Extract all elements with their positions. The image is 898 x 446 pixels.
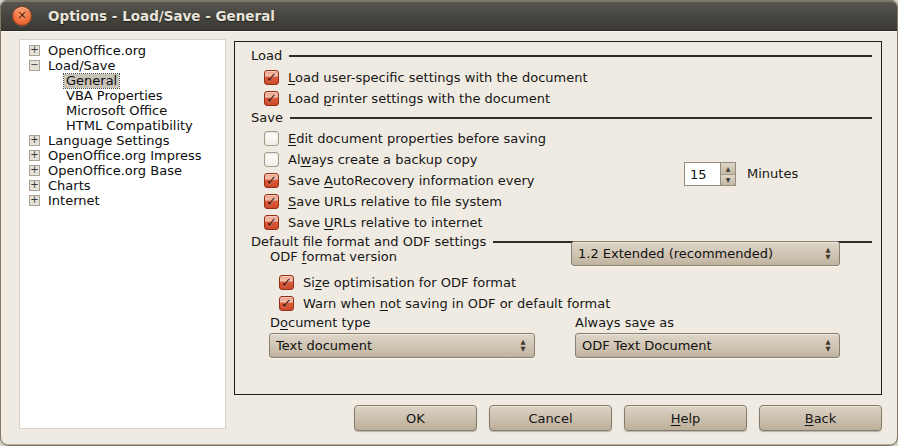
- expand-icon[interactable]: +: [29, 180, 40, 191]
- options-dialog: ✕ Options - Load/Save - General + OpenOf…: [0, 0, 898, 446]
- group-title-load: Load: [251, 48, 282, 63]
- autorecovery-minutes-input[interactable]: [684, 162, 721, 186]
- label-urls-internet[interactable]: Save URLs relative to internet: [288, 215, 483, 230]
- dialog-button-row: OK Cancel Help Back: [354, 405, 882, 431]
- titlebar: ✕ Options - Load/Save - General: [1, 1, 897, 31]
- group-save: Save: [251, 108, 872, 126]
- label-size-optimisation[interactable]: Size optimisation for ODF format: [303, 275, 516, 290]
- checkbox-autorecovery[interactable]: [264, 173, 279, 188]
- checkbox-load-user-settings[interactable]: [264, 70, 279, 85]
- checkbox-warn-not-odf[interactable]: [279, 296, 294, 311]
- label-load-printer-settings[interactable]: Load printer settings with the document: [288, 91, 550, 106]
- autorecovery-minutes-spinner: ▲ ▼: [684, 162, 736, 186]
- sidebar-item-loadsave[interactable]: − Load/Save: [20, 58, 225, 73]
- sidebar-item-internet[interactable]: + Internet: [20, 193, 225, 208]
- sidebar-item-openoffice[interactable]: + OpenOffice.org: [20, 43, 225, 58]
- separator-line: [289, 55, 872, 57]
- odf-format-version-dropdown[interactable]: 1.2 Extended (recommended) ▲▼: [571, 241, 840, 266]
- sidebar-item-language-settings[interactable]: + Language Settings: [20, 133, 225, 148]
- cancel-button[interactable]: Cancel: [489, 405, 612, 431]
- settings-panel: Load Load user-specific settings with th…: [234, 41, 882, 395]
- spin-down-icon[interactable]: ▼: [721, 175, 735, 186]
- sidebar-item-label[interactable]: Internet: [46, 194, 102, 208]
- label-urls-file-system[interactable]: Save URLs relative to file system: [288, 194, 502, 209]
- help-button[interactable]: Help: [624, 405, 747, 431]
- sidebar-item-charts[interactable]: + Charts: [20, 178, 225, 193]
- document-type-value: Text document: [270, 338, 512, 353]
- sidebar-item-microsoft-office[interactable]: Microsoft Office: [20, 103, 225, 118]
- label-document-type: Document type: [270, 315, 371, 330]
- close-button[interactable]: ✕: [12, 6, 32, 26]
- sidebar-item-label[interactable]: OpenOffice.org Base: [46, 164, 184, 178]
- group-title-save: Save: [251, 110, 283, 125]
- sidebar-item-label[interactable]: HTML Compatibility: [64, 119, 195, 133]
- odf-format-version-value: 1.2 Extended (recommended): [572, 246, 817, 261]
- sidebar-item-label[interactable]: Load/Save: [46, 59, 117, 73]
- expand-icon[interactable]: +: [29, 165, 40, 176]
- separator-line: [290, 117, 872, 119]
- label-load-user-settings[interactable]: Load user-specific settings with the doc…: [288, 70, 588, 85]
- window-title: Options - Load/Save - General: [48, 8, 275, 24]
- spin-up-icon[interactable]: ▲: [721, 163, 735, 175]
- sidebar-item-label[interactable]: General: [64, 74, 119, 88]
- expand-icon[interactable]: +: [29, 195, 40, 206]
- sidebar-item-label[interactable]: OpenOffice.org Impress: [46, 149, 204, 163]
- close-icon: ✕: [17, 10, 26, 21]
- checkbox-urls-internet[interactable]: [264, 215, 279, 230]
- back-button[interactable]: Back: [759, 405, 882, 431]
- checkbox-load-printer-settings[interactable]: [264, 91, 279, 106]
- sidebar-item-html-compatibility[interactable]: HTML Compatibility: [20, 118, 225, 133]
- checkbox-urls-file-system[interactable]: [264, 194, 279, 209]
- expand-icon[interactable]: +: [29, 45, 40, 56]
- label-edit-document-properties[interactable]: Edit document properties before saving: [288, 131, 546, 146]
- label-minutes: Minutes: [747, 166, 798, 181]
- sidebar-item-base[interactable]: + OpenOffice.org Base: [20, 163, 225, 178]
- sidebar-item-label[interactable]: Microsoft Office: [64, 104, 169, 118]
- label-always-save-as: Always save as: [575, 315, 674, 330]
- sidebar-item-label[interactable]: Charts: [46, 179, 93, 193]
- label-backup-copy[interactable]: Always create a backup copy: [288, 152, 477, 167]
- dropdown-arrows-icon: ▲▼: [817, 247, 839, 260]
- always-save-as-dropdown[interactable]: ODF Text Document ▲▼: [575, 333, 840, 358]
- spin-buttons: ▲ ▼: [721, 162, 736, 186]
- dropdown-arrows-icon: ▲▼: [512, 339, 534, 352]
- dropdown-arrows-icon: ▲▼: [817, 339, 839, 352]
- checkbox-backup-copy[interactable]: [264, 152, 279, 167]
- sidebar-item-impress[interactable]: + OpenOffice.org Impress: [20, 148, 225, 163]
- sidebar-item-label[interactable]: VBA Properties: [64, 89, 165, 103]
- checkbox-edit-document-properties[interactable]: [264, 131, 279, 146]
- always-save-as-value: ODF Text Document: [576, 338, 817, 353]
- sidebar-item-general[interactable]: General: [20, 73, 225, 88]
- sidebar-item-vba-properties[interactable]: VBA Properties: [20, 88, 225, 103]
- sidebar-item-label[interactable]: Language Settings: [46, 134, 172, 148]
- options-category-tree: + OpenOffice.org − Load/Save General VBA…: [19, 39, 226, 429]
- collapse-icon[interactable]: −: [29, 60, 40, 71]
- ok-button[interactable]: OK: [354, 405, 477, 431]
- label-odf-format-version: ODF format version: [270, 249, 397, 264]
- expand-icon[interactable]: +: [29, 135, 40, 146]
- expand-icon[interactable]: +: [29, 150, 40, 161]
- checkbox-size-optimisation[interactable]: [279, 275, 294, 290]
- group-load: Load: [251, 46, 872, 64]
- label-autorecovery[interactable]: Save AutoRecovery information every: [288, 173, 535, 188]
- group-title-odf-settings: Default file format and ODF settings: [251, 234, 486, 249]
- label-warn-not-odf[interactable]: Warn when not saving in ODF or default f…: [303, 296, 610, 311]
- sidebar-item-label[interactable]: OpenOffice.org: [46, 44, 148, 58]
- document-type-dropdown[interactable]: Text document ▲▼: [269, 333, 535, 358]
